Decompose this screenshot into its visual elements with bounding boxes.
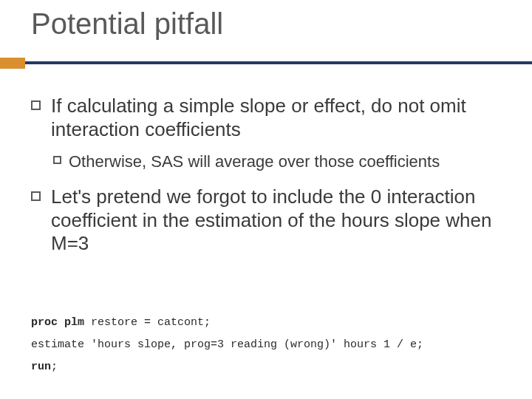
square-bullet-icon: [31, 100, 41, 110]
code-block: proc plm restore = catcont; estimate 'ho…: [31, 312, 504, 378]
bullet-level2: Otherwise, SAS will average over those c…: [53, 151, 504, 172]
slide-title: Potential pitfall: [31, 7, 223, 41]
divider-line: [25, 61, 532, 64]
square-bullet-icon: [53, 156, 61, 164]
bullet-text: Let's pretend we forgot to include the 0…: [51, 185, 504, 256]
slide: Potential pitfall If calculating a simpl…: [0, 0, 532, 399]
accent-bar: [0, 58, 25, 69]
code-line: proc plm restore = catcont;: [31, 312, 504, 334]
code-line: estimate 'hours slope, prog=3 reading (w…: [31, 334, 504, 356]
bullet-text: If calculating a simple slope or effect,…: [51, 95, 504, 141]
bullet-text: Otherwise, SAS will average over those c…: [69, 151, 440, 172]
bullet-level1: Let's pretend we forgot to include the 0…: [31, 185, 504, 256]
body-content: If calculating a simple slope or effect,…: [31, 95, 504, 266]
code-text: restore = catcont;: [84, 316, 211, 329]
bullet-level1: If calculating a simple slope or effect,…: [31, 95, 504, 141]
code-text: ;: [51, 361, 58, 373]
code-line: run;: [31, 356, 504, 378]
code-keyword: proc plm: [31, 316, 84, 329]
code-keyword: run: [31, 361, 51, 373]
square-bullet-icon: [31, 191, 41, 201]
